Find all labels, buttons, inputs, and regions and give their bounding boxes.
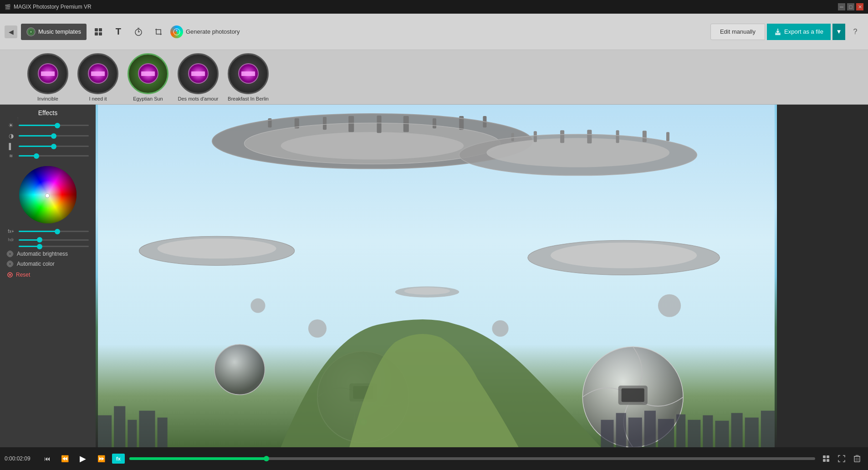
svg-point-14 [8, 262, 12, 266]
play-icon: ▶ [80, 454, 86, 464]
template-disc-invincible [27, 53, 68, 94]
svg-rect-4 [95, 32, 98, 35]
scene-svg [96, 105, 777, 447]
hdr2-slider[interactable] [19, 246, 89, 247]
svg-rect-11 [775, 33, 781, 34]
svg-rect-79 [761, 411, 775, 447]
maximize-button[interactable]: □ [847, 3, 854, 10]
auto-color-row[interactable]: Automatic color [7, 261, 89, 267]
title-bar: 🎬 MAGIX Photostory Premium VR ─ □ ✕ [0, 0, 868, 14]
svg-rect-78 [745, 418, 759, 447]
svg-rect-74 [688, 420, 700, 447]
svg-rect-65 [128, 420, 137, 447]
brightness-thumb [55, 123, 60, 128]
export-dropdown-button[interactable]: ▼ [832, 24, 845, 40]
timer-icon-button[interactable] [130, 24, 147, 40]
music-templates-label: Music templates [38, 28, 81, 35]
extra1-thumb [55, 229, 60, 234]
svg-rect-77 [731, 413, 743, 447]
template-disc-inner-des-mots [188, 63, 209, 84]
brightness-slider[interactable] [19, 125, 89, 126]
checkbox-color-icon [8, 262, 12, 266]
template-label-des-mots [191, 71, 205, 76]
template-disc-des-mots [178, 53, 219, 94]
svg-point-34 [486, 138, 669, 167]
progress-bar[interactable] [129, 457, 815, 460]
play-button[interactable]: ▶ [76, 451, 90, 466]
template-invincible[interactable]: Invincible [27, 53, 68, 101]
color-wheel-container [7, 165, 89, 224]
template-egyptian-sun[interactable]: Egyptian Sun [128, 53, 168, 101]
template-breakfast[interactable]: Breakfast In Berlin [228, 53, 269, 101]
extra1-slider[interactable] [19, 231, 89, 232]
template-name-egyptian-sun: Egyptian Sun [133, 96, 163, 101]
fullscreen-button[interactable] [835, 452, 848, 465]
export-icon [774, 28, 781, 35]
brightness-fill [19, 125, 57, 126]
svg-rect-60 [622, 388, 644, 402]
saturation-slider[interactable] [19, 146, 89, 147]
main-area: Effects ☀ ◑ ▌ ≋ [0, 105, 868, 447]
svg-rect-72 [658, 419, 674, 447]
sharpness-slider[interactable] [19, 155, 89, 157]
hdr2-thumb [37, 244, 42, 249]
close-button[interactable]: ✕ [856, 3, 863, 10]
contrast-fill [19, 135, 54, 136]
contrast-slider[interactable] [19, 135, 89, 136]
saturation-fill [19, 146, 54, 147]
crop-icon-button[interactable] [150, 24, 167, 40]
ship-distant [395, 287, 460, 298]
auto-color-checkbox[interactable] [7, 261, 13, 267]
svg-rect-66 [139, 411, 155, 447]
svg-rect-68 [601, 420, 613, 447]
help-button[interactable]: ? [847, 24, 863, 40]
svg-rect-71 [644, 411, 656, 447]
sphere-tiny-1 [308, 319, 327, 338]
layout-icon-button[interactable] [90, 24, 107, 40]
minimize-button[interactable]: ─ [838, 3, 845, 10]
ship-mid-left [139, 236, 294, 265]
delete-button[interactable] [851, 452, 863, 465]
template-i-need-it[interactable]: I need it [77, 53, 118, 101]
time-display: 0:00:02:09 [5, 455, 36, 462]
rewind-start-button[interactable]: ⏮ [41, 452, 54, 465]
generate-label: Generate photostory [186, 28, 240, 35]
hdr1-thumb [37, 237, 42, 243]
sphere-tiny-4 [250, 298, 265, 313]
extra1-row: fx+ [7, 229, 89, 234]
template-disc-inner-egyptian-sun [138, 63, 158, 84]
rewind-button[interactable]: ⏪ [58, 452, 71, 465]
saturation-thumb [51, 144, 56, 149]
template-disc-inner-i-need-it [88, 63, 108, 84]
auto-brightness-checkbox[interactable] [7, 251, 13, 257]
sphere-tiny-3 [658, 294, 681, 317]
text-icon-button[interactable]: T [110, 24, 127, 40]
svg-point-44 [158, 238, 276, 258]
text-icon: T [116, 26, 121, 37]
reset-row[interactable]: Reset [7, 272, 89, 278]
svg-rect-73 [676, 414, 685, 447]
forward-button[interactable]: ⏩ [95, 452, 107, 465]
generate-photostory-button[interactable]: Generate photostory [170, 25, 240, 38]
template-disc-i-need-it [77, 53, 118, 94]
trash-icon [854, 455, 860, 462]
music-templates-button[interactable]: Music templates [21, 24, 87, 40]
grid-view-button[interactable] [820, 452, 832, 465]
scroll-up-button[interactable]: ↑ [13, 114, 23, 124]
back-button[interactable]: ◀ [5, 25, 17, 38]
rewind-icon: ⏪ [61, 455, 69, 462]
app-icon: 🎬 [5, 4, 11, 10]
color-wheel-wrapper[interactable] [18, 165, 77, 224]
auto-brightness-row[interactable]: Automatic brightness [7, 251, 89, 257]
checkbox-circle-icon [8, 252, 12, 256]
progress-fill [129, 457, 266, 460]
svg-rect-35 [666, 132, 669, 141]
edit-manually-button[interactable]: Edit manually [710, 24, 765, 40]
templates-row: Invincible I need it Egyptian Sun [0, 50, 868, 105]
contrast-icon: ◑ [7, 132, 15, 139]
ship-mid-right [528, 240, 720, 275]
hdr1-slider[interactable] [19, 239, 89, 241]
fx-button[interactable]: fx [112, 454, 125, 464]
export-button[interactable]: Export as a file [767, 24, 831, 40]
template-des-mots[interactable]: Des mots d'amour [178, 53, 219, 101]
